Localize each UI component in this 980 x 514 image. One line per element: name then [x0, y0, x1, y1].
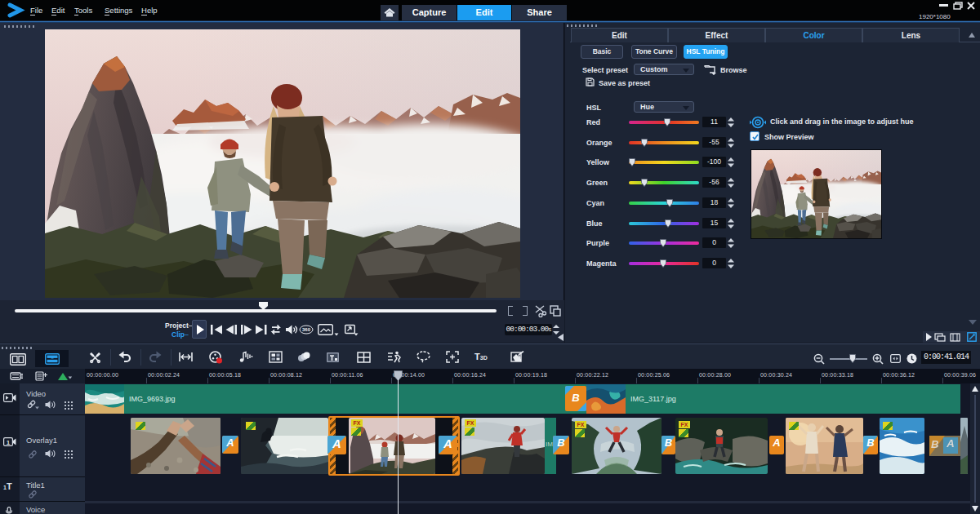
svg-text:360: 360 — [302, 327, 311, 332]
svg-text:1: 1 — [7, 439, 11, 446]
